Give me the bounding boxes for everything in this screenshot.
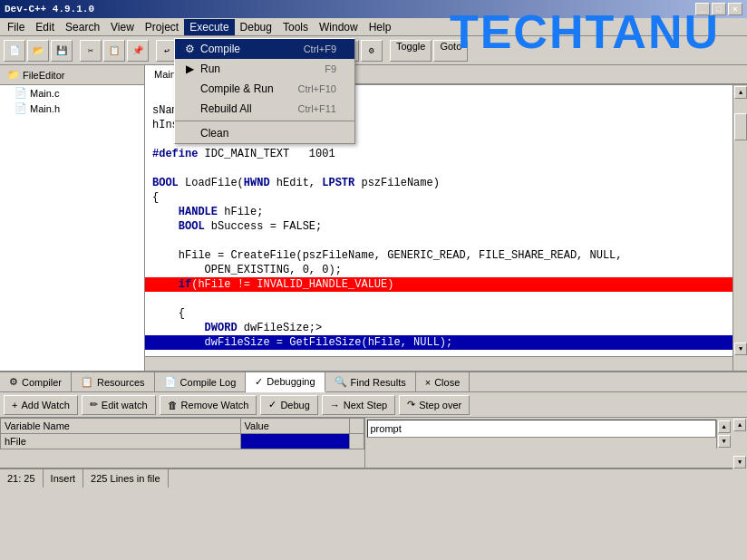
menu-help[interactable]: Help — [364, 19, 397, 35]
col-scroll-pad — [349, 419, 364, 434]
scroll-thumb[interactable] — [734, 113, 747, 140]
edit-watch-icon: ✏ — [90, 399, 98, 410]
prompt-scroll-down[interactable]: ▼ — [718, 435, 731, 448]
options-tb-button[interactable]: ⚙ — [361, 40, 383, 62]
prompt-scroll[interactable]: ▲ ▼ — [716, 420, 731, 449]
menu-execute[interactable]: Execute — [184, 19, 234, 35]
remove-watch-button[interactable]: 🗑 Remove Watch — [160, 395, 257, 415]
panel-toolbar: + Add Watch ✏ Edit watch 🗑 Remove Watch … — [0, 392, 747, 418]
code-line-highlighted-red: if(hFile != INVALID_HANDLE_VALUE) — [145, 277, 747, 292]
next-step-label: Next Step — [344, 400, 387, 410]
tree-root[interactable]: 📁 FileEditor — [4, 67, 141, 82]
main-area: 📁 FileEditor 📄 Main.c 📄 Main.h Main.c Ma… — [0, 65, 747, 371]
tab-compiler[interactable]: ⚙ Compiler — [0, 372, 72, 391]
resources-tab-label: Resources — [97, 377, 145, 388]
panel-tabs: ⚙ Compiler 📋 Resources 📄 Compile Log ✓ D… — [0, 372, 747, 392]
code-line: { — [152, 307, 185, 320]
cut-button[interactable]: ✂ — [80, 40, 102, 62]
code-line: hFile = CreateFile(pszFileName, GENERIC_… — [152, 249, 622, 262]
horizontal-scrollbar[interactable] — [145, 356, 732, 371]
copy-button[interactable]: 📋 — [103, 40, 125, 62]
watch-scroll-down[interactable]: ▼ — [733, 456, 746, 468]
compiler-tab-label: Compiler — [22, 377, 62, 388]
title-bar-buttons: _ □ × — [695, 3, 742, 15]
menu-tools[interactable]: Tools — [277, 19, 314, 35]
watch-table-container: Variable Name Value hFile — [0, 418, 364, 469]
title-bar: Dev-C++ 4.9.1.0 _ □ × — [0, 0, 747, 18]
edit-watch-label: Edit watch — [102, 400, 148, 410]
tab-compile-log[interactable]: 📄 Compile Log — [155, 372, 247, 391]
prompt-input[interactable] — [367, 420, 717, 438]
col-value: Value — [240, 419, 349, 434]
find-results-tab-icon: 🔍 — [335, 376, 347, 388]
goto-button[interactable]: Goto — [433, 40, 468, 62]
status-mode: Insert — [44, 469, 84, 488]
watch-var-value — [240, 434, 349, 449]
debug-label: Debug — [280, 400, 309, 410]
clean-label: Clean — [200, 127, 228, 140]
maximize-button[interactable]: □ — [712, 3, 726, 15]
next-step-icon: → — [330, 400, 340, 410]
edit-watch-button[interactable]: ✏ Edit watch — [82, 395, 156, 415]
rebuild-label: Rebuild All — [200, 102, 252, 115]
step-over-icon: ↷ — [407, 399, 415, 410]
tab-resources[interactable]: 📋 Resources — [72, 372, 155, 391]
compile-run-icon — [182, 82, 197, 96]
debug-button[interactable]: ✓ Debug — [260, 395, 317, 415]
scroll-up[interactable]: ▲ — [734, 86, 747, 99]
tree-root-label: FileEditor — [23, 70, 64, 81]
menu-search[interactable]: Search — [60, 19, 105, 35]
watch-scroll-up[interactable]: ▲ — [733, 419, 746, 431]
execute-dropdown: ⚙ Compile Ctrl+F9 ▶ Run F9 Compile & Run… — [174, 38, 355, 144]
folder-icon: 📁 — [7, 69, 20, 81]
code-line-highlighted-blue: dwFileSize = GetFileSize(hFile, NULL); — [145, 335, 747, 350]
code-line: HANDLE hFile; — [152, 206, 263, 218]
step-over-button[interactable]: ↷ Step over — [399, 395, 470, 415]
tab-debugging[interactable]: ✓ Debugging — [246, 372, 325, 392]
menu-file[interactable]: File — [2, 19, 30, 35]
bottom-panel: ⚙ Compiler 📋 Resources 📄 Compile Log ✓ D… — [0, 371, 747, 468]
menu-rebuild[interactable]: Rebuild All Ctrl+F11 — [175, 99, 354, 119]
menu-compile-run[interactable]: Compile & Run Ctrl+F10 — [175, 79, 354, 99]
save-button[interactable]: 💾 — [51, 40, 73, 62]
resources-tab-icon: 📋 — [81, 376, 93, 388]
open-button[interactable]: 📂 — [27, 40, 49, 62]
file-icon-mainc: 📄 — [15, 87, 27, 99]
menu-run[interactable]: ▶ Run F9 — [175, 59, 354, 79]
new-button[interactable]: 📄 — [4, 40, 25, 62]
add-watch-label: Add Watch — [21, 400, 69, 410]
menu-project[interactable]: Project — [140, 19, 184, 35]
tab-close[interactable]: × Close — [416, 372, 471, 391]
watch-scroll[interactable]: ▲ ▼ — [732, 418, 747, 469]
find-results-tab-label: Find Results — [351, 377, 406, 388]
prompt-scroll-up[interactable]: ▲ — [718, 420, 731, 433]
next-step-button[interactable]: → Next Step — [322, 395, 395, 415]
tree-item-mainh[interactable]: 📄 Main.h — [0, 101, 144, 116]
remove-watch-label: Remove Watch — [181, 400, 249, 410]
add-watch-button[interactable]: + Add Watch — [4, 395, 78, 415]
row-scroll — [349, 434, 364, 449]
menu-compile[interactable]: ⚙ Compile Ctrl+F9 — [175, 39, 354, 59]
minimize-button[interactable]: _ — [695, 3, 710, 15]
menu-clean[interactable]: Clean — [175, 123, 354, 143]
debug-icon: ✓ — [268, 399, 276, 410]
compile-run-shortcut: Ctrl+F10 — [298, 83, 337, 94]
menu-debug[interactable]: Debug — [235, 19, 277, 35]
add-watch-icon: + — [12, 400, 17, 410]
menu-view[interactable]: View — [105, 19, 140, 35]
close-tab-icon: × — [425, 377, 431, 388]
tree-item-mainc[interactable]: 📄 Main.c — [0, 85, 144, 101]
table-row: hFile — [1, 434, 364, 449]
menu-edit[interactable]: Edit — [30, 19, 60, 35]
tab-find-results[interactable]: 🔍 Find Results — [325, 372, 416, 391]
close-button[interactable]: × — [728, 3, 742, 15]
compile-icon: ⚙ — [182, 42, 197, 56]
toggle-button[interactable]: Toggle — [390, 40, 432, 62]
debugging-tab-label: Debugging — [267, 376, 315, 387]
scroll-down[interactable]: ▼ — [734, 343, 747, 355]
code-line: #define IDC_MAIN_TEXT 1001 — [152, 148, 335, 160]
compile-log-tab-label: Compile Log — [180, 377, 237, 388]
menu-window[interactable]: Window — [314, 19, 364, 35]
vertical-scrollbar[interactable]: ▲ ▼ — [732, 85, 747, 371]
paste-button[interactable]: 📌 — [127, 40, 149, 62]
